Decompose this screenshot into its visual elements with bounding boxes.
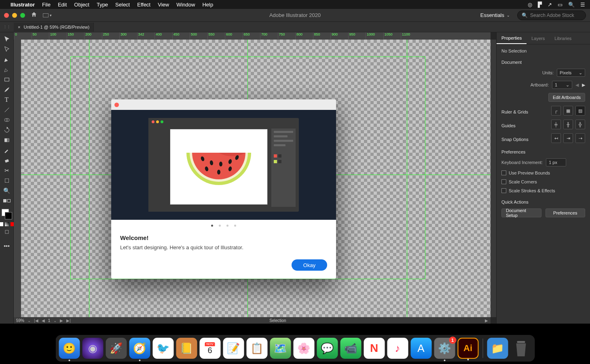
dock-contacts[interactable]: 📒 bbox=[176, 338, 197, 359]
dock-notes[interactable]: 📝 bbox=[223, 338, 244, 359]
snap-point-button[interactable]: ⇥ bbox=[563, 133, 573, 143]
dock-facetime[interactable]: 📹 bbox=[340, 338, 361, 359]
dock-calendar[interactable]: NOV6 bbox=[199, 338, 220, 359]
dock-messages[interactable]: 💬 bbox=[317, 338, 338, 359]
type-tool[interactable]: T bbox=[2, 95, 12, 104]
smart-guides-button[interactable]: ╬ bbox=[575, 120, 585, 129]
last-artboard-button[interactable]: ▶| bbox=[66, 318, 71, 323]
zoom-dropdown-icon[interactable]: ⌄ bbox=[27, 318, 31, 323]
guides-show-button[interactable]: ╪ bbox=[551, 120, 561, 129]
menu-help[interactable]: Help bbox=[202, 2, 213, 8]
displays-icon[interactable]: ▭ bbox=[558, 2, 563, 8]
next-artboard-icon[interactable]: ▶ bbox=[582, 82, 585, 88]
line-segment-tool[interactable] bbox=[2, 105, 12, 114]
artboard-dropdown-icon[interactable]: ⌄ bbox=[53, 318, 57, 323]
preferences-button[interactable]: Preferences bbox=[546, 208, 586, 217]
pen-tool[interactable] bbox=[2, 55, 12, 64]
dock-appstore[interactable]: A bbox=[410, 338, 431, 359]
snap-pixel-button[interactable]: ↤ bbox=[551, 133, 561, 143]
selection-tool[interactable] bbox=[2, 35, 12, 44]
screen-mode-toggle[interactable] bbox=[2, 196, 12, 205]
paintbrush-tool[interactable] bbox=[2, 85, 12, 94]
dock-trash[interactable] bbox=[510, 338, 531, 359]
okay-button[interactable]: Okay bbox=[292, 259, 327, 271]
dock-illustrator[interactable]: Ai bbox=[457, 338, 478, 359]
tab-layers[interactable]: Layers bbox=[527, 32, 550, 44]
rectangle-tool[interactable] bbox=[2, 75, 12, 84]
panel-grip[interactable]: ⋮⋮ bbox=[0, 22, 14, 32]
edit-toolbar-button[interactable]: ••• bbox=[2, 242, 12, 250]
direct-selection-tool[interactable] bbox=[2, 45, 12, 54]
tab-close-icon[interactable]: × bbox=[18, 25, 20, 29]
cc-icon[interactable]: ◎ bbox=[528, 2, 532, 8]
draw-mode-button[interactable] bbox=[2, 227, 12, 236]
units-select[interactable]: Pixels⌄ bbox=[557, 69, 585, 77]
zoom-value[interactable]: 59% bbox=[16, 318, 24, 323]
notification-icon[interactable]: ▛ bbox=[538, 2, 542, 8]
artboard-select[interactable]: 1⌄ bbox=[552, 81, 572, 89]
gradient-tool[interactable] bbox=[2, 136, 12, 145]
curvature-tool[interactable] bbox=[2, 65, 12, 74]
ruler-horizontal[interactable]: 0501001502002503003424004505005506006507… bbox=[14, 32, 491, 40]
dock-settings[interactable]: ⚙️1 bbox=[434, 338, 455, 359]
artboard-index[interactable]: 1 bbox=[48, 318, 51, 323]
kbd-increment-field[interactable]: 1 px bbox=[546, 158, 566, 166]
dialog-page-dots[interactable] bbox=[111, 220, 336, 231]
document-tab[interactable]: × Untitled-1 @ 59% (RGB/Preview) bbox=[14, 23, 94, 32]
tab-properties[interactable]: Properties bbox=[497, 32, 527, 44]
fill-stroke-wells[interactable] bbox=[2, 209, 12, 219]
first-artboard-button[interactable]: |◀ bbox=[34, 318, 38, 323]
guides-lock-button[interactable]: ╫ bbox=[563, 120, 573, 129]
menu-file[interactable]: File bbox=[42, 2, 51, 8]
next-artboard-button[interactable]: ▶ bbox=[60, 318, 63, 323]
dock-photos[interactable]: 🌸 bbox=[293, 338, 314, 359]
dock-finder[interactable]: 🙂 bbox=[59, 338, 80, 359]
home-button[interactable] bbox=[31, 11, 37, 19]
snap-grid-button[interactable]: ⇢ bbox=[575, 133, 585, 143]
dot-1[interactable] bbox=[211, 225, 213, 227]
menu-view[interactable]: View bbox=[158, 2, 169, 8]
prev-artboard-button[interactable]: ◀ bbox=[42, 318, 45, 323]
menu-window[interactable]: Window bbox=[176, 2, 195, 8]
dock-mail[interactable]: 🐦 bbox=[152, 338, 173, 359]
dock-safari[interactable]: 🧭 bbox=[129, 338, 150, 359]
scale-corners-checkbox[interactable]: Scale Corners bbox=[501, 179, 585, 184]
rotate-tool[interactable] bbox=[2, 126, 12, 135]
ruler-vertical[interactable] bbox=[14, 40, 21, 317]
dock-news[interactable]: N bbox=[364, 338, 385, 359]
artboard-tool[interactable] bbox=[2, 176, 12, 185]
edit-artboards-button[interactable]: Edit Artboards bbox=[548, 93, 585, 102]
dock-downloads[interactable]: 📁 bbox=[487, 338, 508, 359]
eyedropper-tool[interactable] bbox=[2, 146, 12, 155]
sync-icon[interactable]: ↗ bbox=[548, 2, 552, 8]
grid-toggle-button[interactable]: ▦ bbox=[563, 106, 573, 116]
menu-type[interactable]: Type bbox=[97, 2, 108, 8]
menu-object[interactable]: Object bbox=[74, 2, 89, 8]
guide-vertical-left[interactable] bbox=[89, 40, 89, 317]
dock-maps[interactable]: 🗺️ bbox=[270, 338, 291, 359]
close-window-button[interactable] bbox=[4, 13, 9, 18]
zoom-tool[interactable]: 🔍 bbox=[2, 186, 12, 195]
transparency-grid-button[interactable]: ▨ bbox=[575, 106, 585, 116]
dialog-close-button[interactable] bbox=[114, 103, 119, 107]
workspace-switcher[interactable]: Essentials⌄ bbox=[480, 12, 510, 18]
eraser-tool[interactable] bbox=[2, 156, 12, 165]
tab-libraries[interactable]: Libraries bbox=[550, 32, 576, 44]
minimize-window-button[interactable] bbox=[12, 13, 17, 18]
dot-4[interactable] bbox=[234, 225, 236, 227]
dock-reminders[interactable]: 📋 bbox=[246, 338, 267, 359]
dialog-titlebar[interactable] bbox=[111, 99, 336, 110]
dock-music[interactable]: ♪ bbox=[387, 338, 408, 359]
menu-app-name[interactable]: Illustrator bbox=[11, 2, 35, 8]
dot-3[interactable] bbox=[226, 225, 228, 227]
use-preview-bounds-checkbox[interactable]: Use Preview Bounds bbox=[501, 170, 585, 175]
scissors-tool[interactable]: ✂ bbox=[2, 166, 12, 175]
menu-effect[interactable]: Effect bbox=[137, 2, 150, 8]
dot-2[interactable] bbox=[219, 225, 221, 227]
dock-launchpad[interactable]: 🚀 bbox=[106, 338, 127, 359]
zoom-window-button[interactable] bbox=[20, 13, 25, 18]
document-setup-button[interactable]: Document Setup bbox=[501, 208, 541, 217]
color-mode-row[interactable] bbox=[0, 222, 15, 226]
menu-icon[interactable]: ☰ bbox=[580, 2, 585, 8]
menu-select[interactable]: Select bbox=[115, 2, 130, 8]
